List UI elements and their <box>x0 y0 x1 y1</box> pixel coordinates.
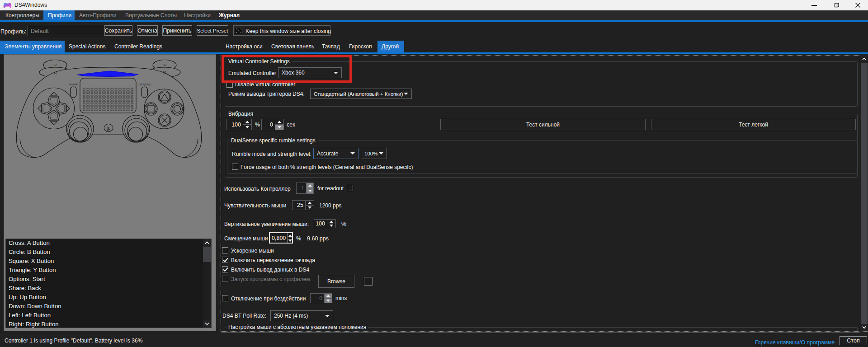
svg-text:R2: R2 <box>163 63 167 66</box>
svg-text:OPTIONS: OPTIONS <box>138 83 151 86</box>
svg-text:R1: R1 <box>163 71 167 74</box>
svg-text:L1: L1 <box>53 71 57 74</box>
svg-text:L2: L2 <box>53 63 57 66</box>
svg-text:SHARE: SHARE <box>69 83 78 86</box>
